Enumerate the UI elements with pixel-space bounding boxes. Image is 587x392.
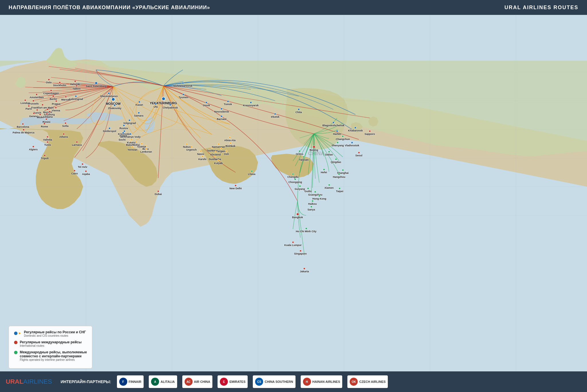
header-title-english: URAL AIRLINES ROUTES [504,5,578,11]
partner-china-southern: CS CHINA SOUTHERN [253,375,295,388]
map-container: CHINA [0,15,587,371]
legend-item-partner: Международные рейсы, выполняемыесовместн… [14,350,87,361]
airchina-icon: AC [185,378,193,386]
legend-intl-ru: Регулярные международные рейсы [20,340,82,344]
hainan-icon: H [303,378,311,386]
emirates-icon: E [220,378,228,386]
emirates-label: EMIRATES [229,380,245,383]
finnair-icon: F [119,378,127,386]
legend-intl-en: International routes [20,344,82,347]
partner-alitalia: A ALITALIA [149,375,177,388]
legend: ● Регулярные рейсы по России и СНГ Domes… [9,326,92,369]
header-title-russian: НАПРАВЛЕНИЯ ПОЛЁТОВ АВИАКОМПАНИИ «УРАЛЬС… [9,5,210,11]
footer: URALAIRLINES ИНТЕРЛАЙН-ПАРТНЕРЫ: F FINNA… [0,371,587,392]
footer-partners-label: ИНТЕРЛАЙН-ПАРТНЕРЫ: [60,379,111,384]
finnair-label: FINNAIR [129,380,142,383]
partner-finnair: F FINNAIR [117,375,144,388]
legend-domestic-ru: Регулярные рейсы по России и СНГ [24,330,86,334]
airchina-label: AIR CHINA [194,380,210,383]
alitalia-icon: A [151,378,159,386]
chinasouthern-icon: CS [255,378,263,386]
legend-domestic-en: Domestic and CIS countries routes [24,334,86,337]
header: НАПРАВЛЕНИЯ ПОЛЁТОВ АВИАКОМПАНИИ «УРАЛЬС… [0,0,587,15]
partner-hainan: H HAINAN AIRLINES [301,375,343,388]
routes-overlay [0,15,587,371]
partner-emirates: E EMIRATES [218,375,248,388]
chinasouthern-label: CHINA SOUTHERN [265,380,293,383]
legend-item-international: Регулярные международные рейсы Internati… [14,340,87,347]
czech-label: CZECH AIRLINES [359,380,386,383]
alitalia-label: ALITALIA [161,380,175,383]
legend-partner-ru: Международные рейсы, выполняемыесовместн… [20,350,87,358]
partner-czech: OK CZECH AIRLINES [347,375,388,388]
footer-logo-airlines: AIRLINES [23,378,52,385]
czech-icon: OK [350,378,358,386]
hainan-label: HAINAN AIRLINES [312,380,340,383]
partner-air-china: AC AIR CHINA [182,375,213,388]
footer-logo: URALAIRLINES [6,378,52,385]
legend-item-domestic: ● Регулярные рейсы по России и СНГ Domes… [14,330,87,337]
footer-logo-ural: URAL [6,378,23,385]
legend-partner-en: Flights operated by interline partner ai… [20,358,87,361]
